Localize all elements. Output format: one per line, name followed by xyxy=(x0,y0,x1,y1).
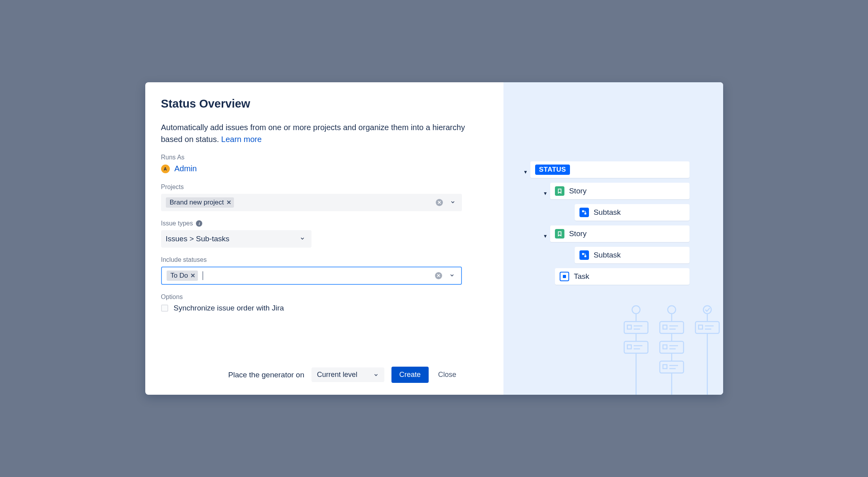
chevron-down-icon xyxy=(450,199,456,206)
svg-rect-8 xyxy=(627,325,631,329)
task-icon xyxy=(560,272,569,281)
status-chip: To Do ✕ xyxy=(167,271,198,281)
svg-rect-13 xyxy=(627,345,631,349)
learn-more-link[interactable]: Learn more xyxy=(221,135,262,144)
tree-row-subtask: Subtask xyxy=(575,204,689,221)
chevron-down-icon xyxy=(300,236,305,242)
svg-rect-30 xyxy=(663,365,667,369)
subtask-icon xyxy=(579,208,589,217)
sync-checkbox-label: Synchronize issue order with Jira xyxy=(174,304,284,312)
svg-rect-2 xyxy=(582,253,584,255)
tree-item-label: Task xyxy=(574,272,589,281)
chevron-down-icon xyxy=(373,372,379,378)
caret-down-icon[interactable]: ▼ xyxy=(541,191,549,196)
info-icon[interactable]: i xyxy=(196,220,202,227)
projects-label: Projects xyxy=(161,184,488,191)
sync-option-row[interactable]: Synchronize issue order with Jira xyxy=(161,304,488,312)
runs-as-row: A Admin xyxy=(161,164,488,173)
tree-row-subtask: Subtask xyxy=(575,247,689,263)
runs-as-user-link[interactable]: Admin xyxy=(175,164,197,173)
project-chip-remove-icon[interactable]: ✕ xyxy=(226,199,232,206)
svg-rect-1 xyxy=(584,213,586,215)
form-panel: Status Overview Automatically add issues… xyxy=(145,82,503,395)
statuses-clear-button[interactable]: ✕ xyxy=(435,272,442,279)
options-label: Options xyxy=(161,293,488,301)
story-icon xyxy=(555,186,564,196)
projects-select[interactable]: Brand new project ✕ ✕ xyxy=(161,194,462,211)
svg-rect-25 xyxy=(663,345,667,349)
avatar: A xyxy=(161,165,170,173)
tree-item-label: Subtask xyxy=(594,251,621,259)
modal-description: Automatically add issues from one or mor… xyxy=(161,121,488,145)
modal-title: Status Overview xyxy=(161,97,488,110)
workflow-decoration xyxy=(620,304,723,395)
include-statuses-select[interactable]: To Do ✕ ✕ xyxy=(161,267,462,285)
text-cursor xyxy=(203,271,203,280)
modal-footer: Place the generator on Current level Cre… xyxy=(161,367,488,383)
svg-rect-3 xyxy=(584,256,586,257)
story-icon xyxy=(555,229,564,238)
tree-row-story: Story xyxy=(550,225,689,242)
level-select-value: Current level xyxy=(317,371,357,379)
include-statuses-label: Include statuses xyxy=(161,256,488,263)
issue-types-label: Issue types i xyxy=(161,220,488,227)
preview-tree: ▼ STATUS ▼ Story Subtask xyxy=(535,161,689,285)
level-select[interactable]: Current level xyxy=(311,367,384,382)
tree-row-task: Task xyxy=(555,268,689,285)
tree-row-story: Story xyxy=(550,183,689,199)
issue-types-select[interactable]: Issues > Sub-tasks xyxy=(161,230,311,248)
status-chip-remove-icon[interactable]: ✕ xyxy=(190,272,196,279)
svg-rect-0 xyxy=(582,210,584,212)
status-chip-label: To Do xyxy=(171,272,188,280)
issue-types-value: Issues > Sub-tasks xyxy=(166,235,292,243)
svg-point-17 xyxy=(668,306,676,314)
place-generator-label: Place the generator on xyxy=(228,371,304,379)
projects-clear-button[interactable]: ✕ xyxy=(436,199,443,206)
chevron-down-icon xyxy=(449,273,455,279)
subtask-icon xyxy=(579,250,589,260)
caret-down-icon[interactable]: ▼ xyxy=(541,233,549,239)
svg-point-34 xyxy=(703,306,711,314)
tree-item-label: Story xyxy=(569,229,587,238)
svg-rect-4 xyxy=(563,275,566,278)
caret-down-icon[interactable]: ▼ xyxy=(522,169,530,175)
svg-rect-37 xyxy=(699,325,703,329)
tree-item-label: Story xyxy=(569,187,587,195)
tree-row-status: STATUS xyxy=(530,161,689,178)
project-chip: Brand new project ✕ xyxy=(166,197,234,208)
tree-item-label: Subtask xyxy=(594,208,621,217)
preview-panel: ▼ STATUS ▼ Story Subtask xyxy=(503,82,723,395)
svg-point-5 xyxy=(632,306,640,314)
status-overview-modal: Status Overview Automatically add issues… xyxy=(145,82,723,395)
status-badge: STATUS xyxy=(535,165,570,175)
close-button[interactable]: Close xyxy=(436,367,459,383)
sync-checkbox[interactable] xyxy=(161,305,168,312)
runs-as-label: Runs As xyxy=(161,154,488,161)
svg-rect-20 xyxy=(663,325,667,329)
project-chip-label: Brand new project xyxy=(170,199,224,206)
create-button[interactable]: Create xyxy=(391,367,429,383)
